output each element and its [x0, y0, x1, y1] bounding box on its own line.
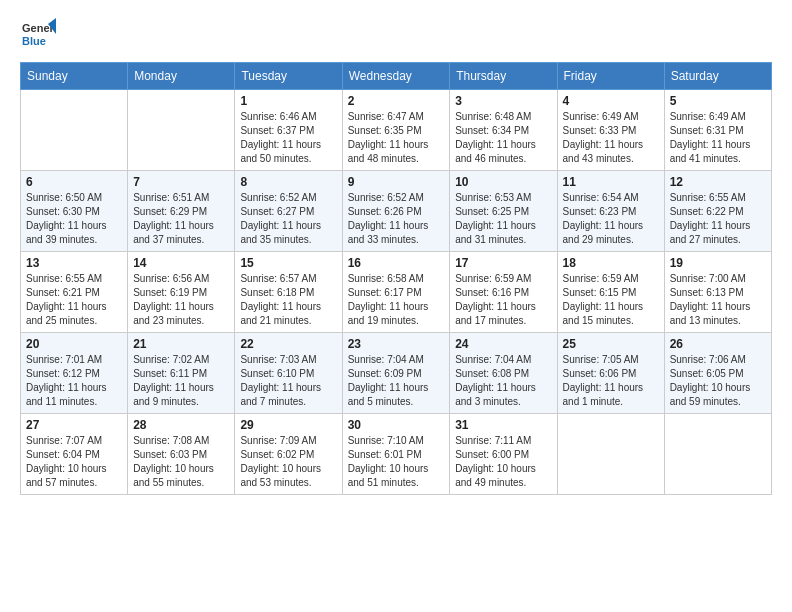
day-info: Sunrise: 7:03 AMSunset: 6:10 PMDaylight:… — [240, 353, 336, 409]
day-number: 24 — [455, 337, 551, 351]
day-info: Sunrise: 7:02 AMSunset: 6:11 PMDaylight:… — [133, 353, 229, 409]
day-number: 4 — [563, 94, 659, 108]
day-info: Sunrise: 6:59 AMSunset: 6:16 PMDaylight:… — [455, 272, 551, 328]
header: General Blue — [20, 16, 772, 52]
day-info: Sunrise: 6:49 AMSunset: 6:33 PMDaylight:… — [563, 110, 659, 166]
calendar-cell: 4Sunrise: 6:49 AMSunset: 6:33 PMDaylight… — [557, 90, 664, 171]
calendar-cell: 30Sunrise: 7:10 AMSunset: 6:01 PMDayligh… — [342, 414, 450, 495]
day-number: 22 — [240, 337, 336, 351]
weekday-header-wednesday: Wednesday — [342, 63, 450, 90]
day-number: 29 — [240, 418, 336, 432]
calendar-cell: 25Sunrise: 7:05 AMSunset: 6:06 PMDayligh… — [557, 333, 664, 414]
day-info: Sunrise: 6:50 AMSunset: 6:30 PMDaylight:… — [26, 191, 122, 247]
calendar-cell: 24Sunrise: 7:04 AMSunset: 6:08 PMDayligh… — [450, 333, 557, 414]
day-number: 13 — [26, 256, 122, 270]
calendar-cell: 22Sunrise: 7:03 AMSunset: 6:10 PMDayligh… — [235, 333, 342, 414]
calendar-cell: 21Sunrise: 7:02 AMSunset: 6:11 PMDayligh… — [128, 333, 235, 414]
weekday-header-sunday: Sunday — [21, 63, 128, 90]
day-info: Sunrise: 6:47 AMSunset: 6:35 PMDaylight:… — [348, 110, 445, 166]
calendar-cell: 16Sunrise: 6:58 AMSunset: 6:17 PMDayligh… — [342, 252, 450, 333]
day-number: 19 — [670, 256, 766, 270]
calendar-cell: 9Sunrise: 6:52 AMSunset: 6:26 PMDaylight… — [342, 171, 450, 252]
calendar-week-5: 27Sunrise: 7:07 AMSunset: 6:04 PMDayligh… — [21, 414, 772, 495]
calendar-cell: 31Sunrise: 7:11 AMSunset: 6:00 PMDayligh… — [450, 414, 557, 495]
calendar-cell: 5Sunrise: 6:49 AMSunset: 6:31 PMDaylight… — [664, 90, 771, 171]
day-number: 28 — [133, 418, 229, 432]
day-info: Sunrise: 7:09 AMSunset: 6:02 PMDaylight:… — [240, 434, 336, 490]
calendar-cell: 14Sunrise: 6:56 AMSunset: 6:19 PMDayligh… — [128, 252, 235, 333]
day-number: 31 — [455, 418, 551, 432]
day-number: 16 — [348, 256, 445, 270]
calendar-week-1: 1Sunrise: 6:46 AMSunset: 6:37 PMDaylight… — [21, 90, 772, 171]
day-number: 17 — [455, 256, 551, 270]
calendar-cell — [664, 414, 771, 495]
day-number: 11 — [563, 175, 659, 189]
weekday-header-monday: Monday — [128, 63, 235, 90]
calendar-cell: 23Sunrise: 7:04 AMSunset: 6:09 PMDayligh… — [342, 333, 450, 414]
day-number: 7 — [133, 175, 229, 189]
calendar-cell: 7Sunrise: 6:51 AMSunset: 6:29 PMDaylight… — [128, 171, 235, 252]
weekday-header-saturday: Saturday — [664, 63, 771, 90]
day-number: 26 — [670, 337, 766, 351]
day-info: Sunrise: 7:08 AMSunset: 6:03 PMDaylight:… — [133, 434, 229, 490]
calendar-cell — [557, 414, 664, 495]
day-info: Sunrise: 6:52 AMSunset: 6:27 PMDaylight:… — [240, 191, 336, 247]
calendar-cell: 12Sunrise: 6:55 AMSunset: 6:22 PMDayligh… — [664, 171, 771, 252]
day-info: Sunrise: 6:49 AMSunset: 6:31 PMDaylight:… — [670, 110, 766, 166]
calendar-week-3: 13Sunrise: 6:55 AMSunset: 6:21 PMDayligh… — [21, 252, 772, 333]
calendar-cell: 1Sunrise: 6:46 AMSunset: 6:37 PMDaylight… — [235, 90, 342, 171]
day-info: Sunrise: 7:10 AMSunset: 6:01 PMDaylight:… — [348, 434, 445, 490]
calendar-cell: 29Sunrise: 7:09 AMSunset: 6:02 PMDayligh… — [235, 414, 342, 495]
day-info: Sunrise: 7:00 AMSunset: 6:13 PMDaylight:… — [670, 272, 766, 328]
day-info: Sunrise: 6:58 AMSunset: 6:17 PMDaylight:… — [348, 272, 445, 328]
day-number: 1 — [240, 94, 336, 108]
calendar-cell: 6Sunrise: 6:50 AMSunset: 6:30 PMDaylight… — [21, 171, 128, 252]
day-number: 5 — [670, 94, 766, 108]
weekday-header-row: SundayMondayTuesdayWednesdayThursdayFrid… — [21, 63, 772, 90]
weekday-header-friday: Friday — [557, 63, 664, 90]
calendar-cell: 3Sunrise: 6:48 AMSunset: 6:34 PMDaylight… — [450, 90, 557, 171]
calendar-cell: 19Sunrise: 7:00 AMSunset: 6:13 PMDayligh… — [664, 252, 771, 333]
day-number: 21 — [133, 337, 229, 351]
day-info: Sunrise: 7:07 AMSunset: 6:04 PMDaylight:… — [26, 434, 122, 490]
day-number: 14 — [133, 256, 229, 270]
logo: General Blue — [20, 16, 60, 52]
day-number: 12 — [670, 175, 766, 189]
calendar-week-2: 6Sunrise: 6:50 AMSunset: 6:30 PMDaylight… — [21, 171, 772, 252]
calendar-cell: 13Sunrise: 6:55 AMSunset: 6:21 PMDayligh… — [21, 252, 128, 333]
day-number: 30 — [348, 418, 445, 432]
day-number: 9 — [348, 175, 445, 189]
day-info: Sunrise: 6:54 AMSunset: 6:23 PMDaylight:… — [563, 191, 659, 247]
calendar-cell: 15Sunrise: 6:57 AMSunset: 6:18 PMDayligh… — [235, 252, 342, 333]
day-number: 2 — [348, 94, 445, 108]
day-number: 6 — [26, 175, 122, 189]
day-info: Sunrise: 6:51 AMSunset: 6:29 PMDaylight:… — [133, 191, 229, 247]
day-number: 15 — [240, 256, 336, 270]
day-info: Sunrise: 6:55 AMSunset: 6:22 PMDaylight:… — [670, 191, 766, 247]
day-number: 20 — [26, 337, 122, 351]
calendar-cell: 10Sunrise: 6:53 AMSunset: 6:25 PMDayligh… — [450, 171, 557, 252]
day-info: Sunrise: 7:04 AMSunset: 6:08 PMDaylight:… — [455, 353, 551, 409]
day-number: 18 — [563, 256, 659, 270]
day-info: Sunrise: 6:57 AMSunset: 6:18 PMDaylight:… — [240, 272, 336, 328]
calendar-cell: 18Sunrise: 6:59 AMSunset: 6:15 PMDayligh… — [557, 252, 664, 333]
calendar-cell: 20Sunrise: 7:01 AMSunset: 6:12 PMDayligh… — [21, 333, 128, 414]
day-info: Sunrise: 6:52 AMSunset: 6:26 PMDaylight:… — [348, 191, 445, 247]
day-info: Sunrise: 7:06 AMSunset: 6:05 PMDaylight:… — [670, 353, 766, 409]
calendar-cell — [21, 90, 128, 171]
day-info: Sunrise: 6:48 AMSunset: 6:34 PMDaylight:… — [455, 110, 551, 166]
day-info: Sunrise: 7:05 AMSunset: 6:06 PMDaylight:… — [563, 353, 659, 409]
calendar-cell: 2Sunrise: 6:47 AMSunset: 6:35 PMDaylight… — [342, 90, 450, 171]
calendar-cell: 11Sunrise: 6:54 AMSunset: 6:23 PMDayligh… — [557, 171, 664, 252]
svg-text:Blue: Blue — [22, 35, 46, 47]
day-number: 8 — [240, 175, 336, 189]
calendar-table: SundayMondayTuesdayWednesdayThursdayFrid… — [20, 62, 772, 495]
day-number: 3 — [455, 94, 551, 108]
day-number: 27 — [26, 418, 122, 432]
day-info: Sunrise: 6:55 AMSunset: 6:21 PMDaylight:… — [26, 272, 122, 328]
calendar-cell — [128, 90, 235, 171]
calendar-week-4: 20Sunrise: 7:01 AMSunset: 6:12 PMDayligh… — [21, 333, 772, 414]
calendar-cell: 8Sunrise: 6:52 AMSunset: 6:27 PMDaylight… — [235, 171, 342, 252]
day-number: 25 — [563, 337, 659, 351]
page: General Blue SundayMondayTuesdayWednesda… — [0, 0, 792, 511]
